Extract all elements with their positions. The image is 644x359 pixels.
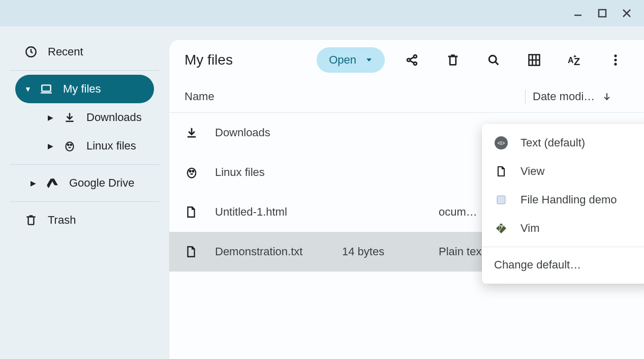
close-button[interactable] xyxy=(615,1,639,25)
chevron-down-icon xyxy=(365,56,373,64)
caret-right-icon: ▶ xyxy=(30,179,36,187)
download-icon xyxy=(63,111,76,124)
more-button[interactable] xyxy=(602,47,629,73)
svg-point-34 xyxy=(188,168,196,178)
gdrive-icon xyxy=(46,176,59,190)
svg-point-8 xyxy=(66,142,73,151)
svg-point-9 xyxy=(68,144,69,146)
page-title: My files xyxy=(185,52,233,68)
divider xyxy=(10,70,159,71)
download-icon xyxy=(185,126,215,140)
menu-item-label: Vim xyxy=(520,222,540,235)
column-date[interactable]: Date modi… xyxy=(533,90,629,103)
column-name[interactable]: Name xyxy=(185,90,342,103)
open-button-label: Open xyxy=(329,53,356,67)
file-name: Untitled-1.html xyxy=(215,205,342,219)
delete-button[interactable] xyxy=(440,47,466,73)
svg-point-35 xyxy=(190,170,191,172)
svg-line-21 xyxy=(496,62,499,65)
sidebar-item-gdrive[interactable]: ▶ Google Drive xyxy=(15,169,154,197)
caret-right-icon: ▶ xyxy=(48,142,53,150)
sidebar-item-label: Linux files xyxy=(86,139,136,153)
laptop-icon xyxy=(40,82,53,96)
open-dropdown-button[interactable]: Open xyxy=(317,47,385,73)
svg-point-10 xyxy=(70,144,72,146)
file-icon xyxy=(494,164,508,178)
svg-line-19 xyxy=(410,61,414,63)
vim-icon xyxy=(494,221,508,235)
menu-item-view[interactable]: View xyxy=(482,157,644,186)
menu-item-label: View xyxy=(520,165,544,178)
text-app-icon: <t> xyxy=(494,136,508,150)
caret-right-icon: ▶ xyxy=(48,113,53,122)
svg-line-18 xyxy=(410,57,414,59)
menu-item-label: Change default… xyxy=(494,258,581,272)
svg-point-20 xyxy=(489,55,496,63)
menu-item-label: File Handling demo xyxy=(520,193,617,206)
menu-item-text-default[interactable]: <t> Text (default) xyxy=(482,129,644,157)
share-button[interactable] xyxy=(399,47,425,73)
sidebar-item-label: Recent xyxy=(48,45,83,58)
file-panel: My files Open AZ xyxy=(169,40,644,359)
file-icon xyxy=(185,205,215,219)
trash-icon xyxy=(24,214,38,227)
file-name: Demonstration.txt xyxy=(215,245,342,258)
minimize-button[interactable] xyxy=(566,1,590,25)
app-icon xyxy=(494,193,508,207)
svg-point-30 xyxy=(614,58,617,61)
penguin-icon xyxy=(63,139,76,153)
divider xyxy=(482,247,644,247)
caret-down-icon: ▼ xyxy=(24,85,29,93)
file-panel-header: My files Open AZ xyxy=(169,40,644,80)
svg-text:<t>: <t> xyxy=(498,140,505,146)
search-button[interactable] xyxy=(480,47,507,73)
svg-marker-14 xyxy=(366,58,372,62)
menu-item-filehandling[interactable]: File Handling demo xyxy=(482,186,644,214)
sidebar-item-downloads[interactable]: ▶ Downloads xyxy=(15,103,154,132)
clock-icon xyxy=(24,45,38,58)
menu-item-vim[interactable]: Vim xyxy=(482,214,644,243)
file-size: 14 bytes xyxy=(342,245,439,258)
menu-item-label: Text (default) xyxy=(520,136,585,149)
sidebar-item-label: My files xyxy=(63,82,101,96)
menu-item-change-default[interactable]: Change default… xyxy=(482,251,644,279)
sidebar: Recent ▼ My files ▶ Downloads ▶ Linux fi… xyxy=(0,26,169,359)
maximize-button[interactable] xyxy=(590,1,615,25)
sidebar-item-trash[interactable]: Trash xyxy=(15,206,154,234)
sidebar-item-label: Downloads xyxy=(86,111,142,124)
svg-point-36 xyxy=(193,170,194,172)
svg-rect-5 xyxy=(42,85,50,91)
file-name: Linux files xyxy=(215,166,342,179)
file-name: Downloads xyxy=(215,126,342,139)
svg-text:Z: Z xyxy=(574,56,580,67)
sidebar-item-recent[interactable]: Recent xyxy=(15,38,154,66)
open-with-menu: <t> Text (default) View File Handling de… xyxy=(482,124,644,284)
sidebar-item-label: Google Drive xyxy=(69,176,134,190)
sort-button[interactable]: AZ xyxy=(562,47,588,73)
svg-rect-39 xyxy=(497,196,505,204)
divider xyxy=(525,89,526,104)
svg-rect-1 xyxy=(599,10,606,17)
sidebar-item-myfiles[interactable]: ▼ My files xyxy=(15,75,154,103)
divider xyxy=(10,201,159,202)
svg-text:A: A xyxy=(568,56,574,65)
svg-point-31 xyxy=(614,63,617,66)
grid-view-button[interactable] xyxy=(521,47,547,73)
file-icon xyxy=(185,245,215,258)
divider xyxy=(10,164,159,165)
sidebar-item-linux[interactable]: ▶ Linux files xyxy=(15,132,154,160)
column-headers: Name Date modi… xyxy=(169,80,644,113)
window-titlebar xyxy=(0,0,644,26)
svg-point-29 xyxy=(614,54,617,57)
penguin-icon xyxy=(185,165,215,180)
arrow-down-icon xyxy=(602,92,612,102)
sidebar-item-label: Trash xyxy=(48,214,76,227)
svg-marker-13 xyxy=(47,178,52,188)
